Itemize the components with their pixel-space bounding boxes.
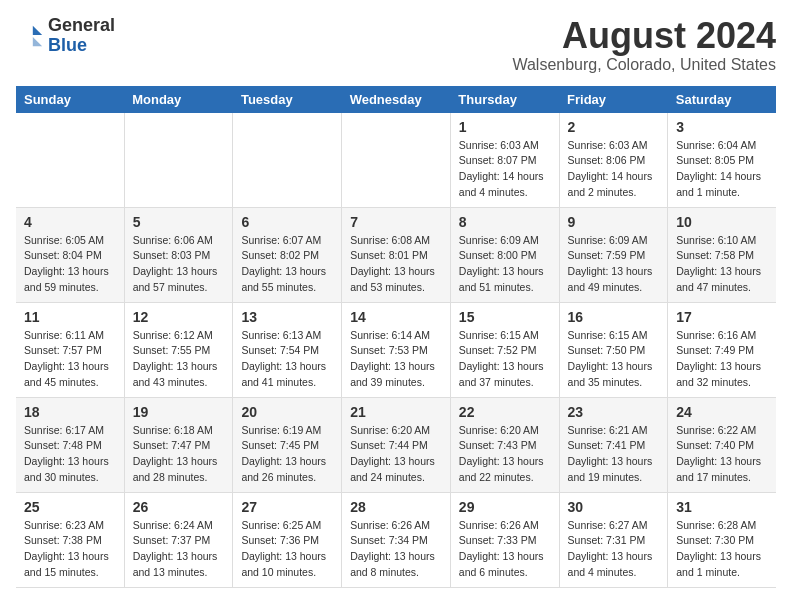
day-number: 12 bbox=[133, 309, 225, 325]
calendar-cell: 11Sunrise: 6:11 AM Sunset: 7:57 PM Dayli… bbox=[16, 302, 124, 397]
calendar-cell: 20Sunrise: 6:19 AM Sunset: 7:45 PM Dayli… bbox=[233, 397, 342, 492]
day-number: 11 bbox=[24, 309, 116, 325]
calendar-cell bbox=[124, 113, 233, 208]
column-header-tuesday: Tuesday bbox=[233, 86, 342, 113]
day-info: Sunrise: 6:03 AM Sunset: 8:07 PM Dayligh… bbox=[459, 138, 551, 201]
day-info: Sunrise: 6:20 AM Sunset: 7:43 PM Dayligh… bbox=[459, 423, 551, 486]
week-row-4: 18Sunrise: 6:17 AM Sunset: 7:48 PM Dayli… bbox=[16, 397, 776, 492]
day-number: 8 bbox=[459, 214, 551, 230]
calendar-cell: 16Sunrise: 6:15 AM Sunset: 7:50 PM Dayli… bbox=[559, 302, 668, 397]
day-number: 22 bbox=[459, 404, 551, 420]
svg-marker-1 bbox=[33, 37, 42, 46]
header-row: SundayMondayTuesdayWednesdayThursdayFrid… bbox=[16, 86, 776, 113]
logo-text: General Blue bbox=[48, 16, 115, 56]
calendar-cell: 23Sunrise: 6:21 AM Sunset: 7:41 PM Dayli… bbox=[559, 397, 668, 492]
day-info: Sunrise: 6:26 AM Sunset: 7:33 PM Dayligh… bbox=[459, 518, 551, 581]
day-number: 20 bbox=[241, 404, 333, 420]
day-number: 26 bbox=[133, 499, 225, 515]
day-number: 27 bbox=[241, 499, 333, 515]
day-number: 10 bbox=[676, 214, 768, 230]
day-info: Sunrise: 6:15 AM Sunset: 7:52 PM Dayligh… bbox=[459, 328, 551, 391]
calendar-cell: 29Sunrise: 6:26 AM Sunset: 7:33 PM Dayli… bbox=[450, 492, 559, 587]
column-header-monday: Monday bbox=[124, 86, 233, 113]
logo-icon bbox=[16, 22, 44, 50]
day-number: 29 bbox=[459, 499, 551, 515]
day-info: Sunrise: 6:12 AM Sunset: 7:55 PM Dayligh… bbox=[133, 328, 225, 391]
day-info: Sunrise: 6:09 AM Sunset: 8:00 PM Dayligh… bbox=[459, 233, 551, 296]
day-info: Sunrise: 6:04 AM Sunset: 8:05 PM Dayligh… bbox=[676, 138, 768, 201]
calendar-cell: 3Sunrise: 6:04 AM Sunset: 8:05 PM Daylig… bbox=[668, 113, 776, 208]
calendar-cell bbox=[16, 113, 124, 208]
column-header-saturday: Saturday bbox=[668, 86, 776, 113]
calendar-table: SundayMondayTuesdayWednesdayThursdayFrid… bbox=[16, 86, 776, 588]
day-number: 15 bbox=[459, 309, 551, 325]
svg-marker-0 bbox=[33, 26, 42, 35]
day-number: 7 bbox=[350, 214, 442, 230]
day-info: Sunrise: 6:06 AM Sunset: 8:03 PM Dayligh… bbox=[133, 233, 225, 296]
day-info: Sunrise: 6:11 AM Sunset: 7:57 PM Dayligh… bbox=[24, 328, 116, 391]
day-number: 21 bbox=[350, 404, 442, 420]
calendar-cell: 13Sunrise: 6:13 AM Sunset: 7:54 PM Dayli… bbox=[233, 302, 342, 397]
day-number: 31 bbox=[676, 499, 768, 515]
day-info: Sunrise: 6:15 AM Sunset: 7:50 PM Dayligh… bbox=[568, 328, 660, 391]
calendar-cell: 15Sunrise: 6:15 AM Sunset: 7:52 PM Dayli… bbox=[450, 302, 559, 397]
day-number: 24 bbox=[676, 404, 768, 420]
calendar-cell: 31Sunrise: 6:28 AM Sunset: 7:30 PM Dayli… bbox=[668, 492, 776, 587]
day-number: 17 bbox=[676, 309, 768, 325]
day-number: 4 bbox=[24, 214, 116, 230]
day-number: 2 bbox=[568, 119, 660, 135]
logo: General Blue bbox=[16, 16, 115, 56]
calendar-cell: 10Sunrise: 6:10 AM Sunset: 7:58 PM Dayli… bbox=[668, 207, 776, 302]
day-info: Sunrise: 6:16 AM Sunset: 7:49 PM Dayligh… bbox=[676, 328, 768, 391]
calendar-cell: 6Sunrise: 6:07 AM Sunset: 8:02 PM Daylig… bbox=[233, 207, 342, 302]
day-info: Sunrise: 6:20 AM Sunset: 7:44 PM Dayligh… bbox=[350, 423, 442, 486]
day-info: Sunrise: 6:24 AM Sunset: 7:37 PM Dayligh… bbox=[133, 518, 225, 581]
calendar-cell: 14Sunrise: 6:14 AM Sunset: 7:53 PM Dayli… bbox=[342, 302, 451, 397]
day-number: 25 bbox=[24, 499, 116, 515]
day-info: Sunrise: 6:08 AM Sunset: 8:01 PM Dayligh… bbox=[350, 233, 442, 296]
day-number: 5 bbox=[133, 214, 225, 230]
column-header-thursday: Thursday bbox=[450, 86, 559, 113]
column-header-sunday: Sunday bbox=[16, 86, 124, 113]
day-number: 16 bbox=[568, 309, 660, 325]
day-number: 9 bbox=[568, 214, 660, 230]
week-row-1: 1Sunrise: 6:03 AM Sunset: 8:07 PM Daylig… bbox=[16, 113, 776, 208]
day-number: 1 bbox=[459, 119, 551, 135]
day-number: 19 bbox=[133, 404, 225, 420]
day-info: Sunrise: 6:10 AM Sunset: 7:58 PM Dayligh… bbox=[676, 233, 768, 296]
day-info: Sunrise: 6:26 AM Sunset: 7:34 PM Dayligh… bbox=[350, 518, 442, 581]
day-number: 18 bbox=[24, 404, 116, 420]
day-info: Sunrise: 6:22 AM Sunset: 7:40 PM Dayligh… bbox=[676, 423, 768, 486]
day-info: Sunrise: 6:19 AM Sunset: 7:45 PM Dayligh… bbox=[241, 423, 333, 486]
day-info: Sunrise: 6:14 AM Sunset: 7:53 PM Dayligh… bbox=[350, 328, 442, 391]
calendar-cell: 18Sunrise: 6:17 AM Sunset: 7:48 PM Dayli… bbox=[16, 397, 124, 492]
day-info: Sunrise: 6:05 AM Sunset: 8:04 PM Dayligh… bbox=[24, 233, 116, 296]
week-row-5: 25Sunrise: 6:23 AM Sunset: 7:38 PM Dayli… bbox=[16, 492, 776, 587]
calendar-cell: 17Sunrise: 6:16 AM Sunset: 7:49 PM Dayli… bbox=[668, 302, 776, 397]
calendar-cell bbox=[233, 113, 342, 208]
calendar-cell: 2Sunrise: 6:03 AM Sunset: 8:06 PM Daylig… bbox=[559, 113, 668, 208]
calendar-cell: 30Sunrise: 6:27 AM Sunset: 7:31 PM Dayli… bbox=[559, 492, 668, 587]
calendar-cell bbox=[342, 113, 451, 208]
calendar-cell: 28Sunrise: 6:26 AM Sunset: 7:34 PM Dayli… bbox=[342, 492, 451, 587]
calendar-cell: 8Sunrise: 6:09 AM Sunset: 8:00 PM Daylig… bbox=[450, 207, 559, 302]
calendar-cell: 24Sunrise: 6:22 AM Sunset: 7:40 PM Dayli… bbox=[668, 397, 776, 492]
calendar-cell: 9Sunrise: 6:09 AM Sunset: 7:59 PM Daylig… bbox=[559, 207, 668, 302]
header: General Blue August 2024 Walsenburg, Col… bbox=[16, 16, 776, 74]
day-info: Sunrise: 6:27 AM Sunset: 7:31 PM Dayligh… bbox=[568, 518, 660, 581]
subtitle: Walsenburg, Colorado, United States bbox=[512, 56, 776, 74]
week-row-2: 4Sunrise: 6:05 AM Sunset: 8:04 PM Daylig… bbox=[16, 207, 776, 302]
day-number: 28 bbox=[350, 499, 442, 515]
column-header-friday: Friday bbox=[559, 86, 668, 113]
day-info: Sunrise: 6:25 AM Sunset: 7:36 PM Dayligh… bbox=[241, 518, 333, 581]
day-number: 30 bbox=[568, 499, 660, 515]
calendar-cell: 27Sunrise: 6:25 AM Sunset: 7:36 PM Dayli… bbox=[233, 492, 342, 587]
day-info: Sunrise: 6:18 AM Sunset: 7:47 PM Dayligh… bbox=[133, 423, 225, 486]
calendar-cell: 12Sunrise: 6:12 AM Sunset: 7:55 PM Dayli… bbox=[124, 302, 233, 397]
day-info: Sunrise: 6:03 AM Sunset: 8:06 PM Dayligh… bbox=[568, 138, 660, 201]
day-info: Sunrise: 6:07 AM Sunset: 8:02 PM Dayligh… bbox=[241, 233, 333, 296]
day-number: 3 bbox=[676, 119, 768, 135]
day-info: Sunrise: 6:21 AM Sunset: 7:41 PM Dayligh… bbox=[568, 423, 660, 486]
calendar-cell: 22Sunrise: 6:20 AM Sunset: 7:43 PM Dayli… bbox=[450, 397, 559, 492]
calendar-cell: 5Sunrise: 6:06 AM Sunset: 8:03 PM Daylig… bbox=[124, 207, 233, 302]
